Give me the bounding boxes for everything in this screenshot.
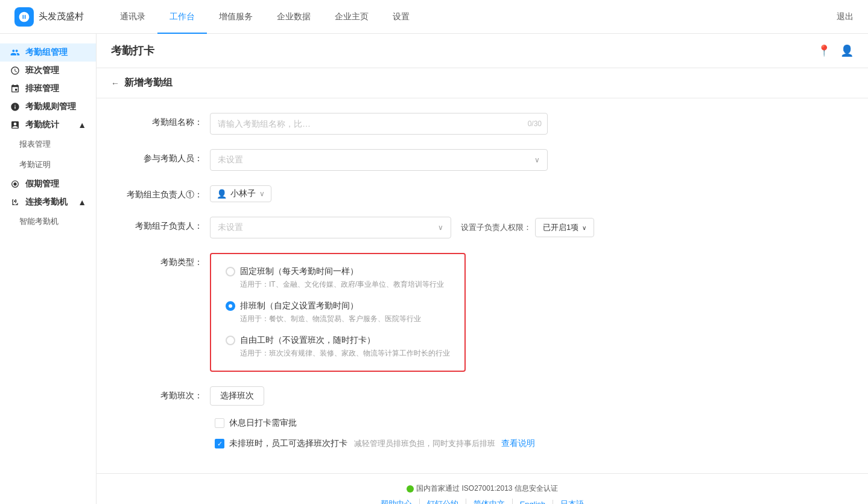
responsible-label: 考勤组主负责人①： [125, 185, 210, 200]
footer-link-agreement[interactable]: 钉钉公约 [420, 499, 466, 504]
responsible-control: 👤 小林子 ∨ [210, 185, 271, 202]
sidebar: 考勤组管理 班次管理 排班管理 考勤规则管理 考勤统计 ▲ [0, 34, 97, 504]
participants-placeholder: 未设置 [218, 155, 243, 165]
footer-link-simplified-chinese[interactable]: 简体中文 [466, 499, 513, 504]
type-radio-row-shift: 排班制（自定义设置考勤时间） [226, 301, 450, 311]
group-name-input[interactable] [210, 113, 548, 135]
checkbox2-label: 未排班时，员工可选择班次打卡 [229, 438, 347, 448]
footer-link-help[interactable]: 帮助中心 [373, 499, 420, 504]
responsible-select[interactable]: 👤 小林子 ∨ [210, 185, 271, 202]
nav-item-value-added[interactable]: 增值服务 [207, 0, 265, 34]
page-header: 考勤打卡 📍 👤 [97, 34, 868, 68]
person-icon: 👤 [217, 189, 227, 199]
footer-link-english[interactable]: English [513, 500, 554, 505]
sidebar-item-shift-mgmt[interactable]: 班次管理 [0, 62, 96, 80]
connect-expand-icon: ▲ [78, 197, 86, 207]
schedule-icon [10, 83, 21, 94]
nav-item-contacts[interactable]: 通讯录 [108, 0, 157, 34]
nav-item-workspace[interactable]: 工作台 [157, 0, 207, 34]
footer-link-japanese[interactable]: 日本語 [553, 499, 591, 504]
logo-icon [14, 7, 34, 27]
sub-responsible-select[interactable]: 未设置 ∨ [210, 217, 451, 238]
sidebar-item-smart-machine[interactable]: 智能考勤机 [0, 211, 96, 232]
sidebar-item-cert[interactable]: 考勤证明 [0, 155, 96, 175]
sub-title: 新增考勤组 [124, 77, 173, 89]
permission-label: 设置子负责人权限： [461, 222, 531, 233]
sub-responsible-controls: 未设置 ∨ 设置子负责人权限： 已开启1项 ∨ [210, 217, 594, 238]
nav-logo[interactable]: 头发茂盛村 [14, 7, 84, 27]
type-radio-fixed[interactable] [226, 267, 235, 276]
sidebar-item-group-mgmt[interactable]: 考勤组管理 [0, 43, 96, 62]
sidebar-label-shift-mgmt: 班次管理 [25, 65, 59, 76]
back-button[interactable]: ← [111, 78, 119, 88]
footer-links: 帮助中心 钉钉公约 简体中文 English 日本語 [97, 499, 868, 504]
type-option-free: 自由工时（不设置班次，随时打卡） 适用于：班次没有规律、装修、家政、物流等计算工… [226, 335, 450, 359]
sidebar-item-schedule-mgmt[interactable]: 排班管理 [0, 80, 96, 98]
permission-btn-label: 已开启1项 [543, 222, 578, 233]
checkbox2-sub-text: 减轻管理员排班负担，同时支持事后排班 [354, 439, 495, 448]
sub-responsible-chevron-icon: ∨ [438, 223, 443, 232]
main-content: 考勤打卡 📍 👤 ← 新增考勤组 考勤组名称： 0/30 参与考勤 [97, 34, 868, 504]
nav-items: 通讯录 工作台 增值服务 企业数据 企业主页 设置 [108, 0, 837, 34]
checkbox1[interactable] [215, 418, 224, 428]
type-radio-free[interactable] [226, 336, 235, 345]
main-layout: 考勤组管理 班次管理 排班管理 考勤规则管理 考勤统计 ▲ [0, 34, 868, 504]
cert-dot [407, 485, 414, 493]
responsible-row: 考勤组主负责人①： 👤 小林子 ∨ [125, 185, 839, 202]
nav-item-enterprise-home[interactable]: 企业主页 [323, 0, 381, 34]
sidebar-item-connect[interactable]: 连接考勤机 ▲ [0, 193, 96, 211]
class-label: 考勤班次： [125, 391, 210, 401]
type-label-shift: 排班制（自定义设置考勤时间） [240, 301, 358, 311]
sidebar-label-schedule-mgmt: 排班管理 [25, 83, 59, 94]
user-icon[interactable]: 👤 [840, 44, 854, 57]
footer: 国内首家通过 ISO27001:2013 信息安全认证 帮助中心 钉钉公约 简体… [97, 473, 868, 504]
type-radio-shift[interactable] [226, 301, 235, 311]
type-radio-row-fixed: 固定班制（每天考勤时间一样） [226, 266, 450, 277]
stats-expand-icon: ▲ [78, 120, 86, 130]
group-name-label: 考勤组名称： [125, 113, 210, 128]
sub-responsible-label: 考勤组子负责人： [125, 217, 210, 232]
permission-btn-chevron: ∨ [582, 225, 586, 231]
type-option-shift: 排班制（自定义设置考勤时间） 适用于：餐饮、制造、物流贸易、客户服务、医院等行业 [226, 301, 450, 324]
sidebar-item-stats[interactable]: 考勤统计 ▲ [0, 116, 96, 134]
footer-cert: 国内首家通过 ISO27001:2013 信息安全认证 [97, 483, 868, 494]
sidebar-label-smart-machine: 智能考勤机 [19, 216, 59, 227]
group-icon [10, 47, 21, 58]
sidebar-label-group-mgmt: 考勤组管理 [25, 47, 68, 58]
sub-responsible-placeholder: 未设置 [218, 222, 243, 233]
type-label-fixed: 固定班制（每天考勤时间一样） [240, 266, 358, 277]
sidebar-label-cert: 考勤证明 [19, 159, 51, 170]
type-desc-shift: 适用于：餐饮、制造、物流贸易、客户服务、医院等行业 [226, 314, 450, 324]
checkbox1-label: 休息日打卡需审批 [229, 418, 297, 429]
stats-icon [10, 120, 21, 130]
responsible-value: 小林子 [230, 188, 256, 199]
class-select-button[interactable]: 选择班次 [210, 386, 264, 406]
sidebar-item-rule-mgmt[interactable]: 考勤规则管理 [0, 98, 96, 116]
location-icon[interactable]: 📍 [817, 44, 831, 57]
permission-button[interactable]: 已开启1项 ∨ [535, 218, 594, 237]
sub-responsible-row: 考勤组子负责人： 未设置 ∨ 设置子负责人权限： 已开启1项 ∨ [125, 217, 839, 238]
nav-item-enterprise-data[interactable]: 企业数据 [265, 0, 323, 34]
shift-icon [10, 65, 21, 76]
type-option-fixed: 固定班制（每天考勤时间一样） 适用于：IT、金融、文化传媒、政府/事业单位、教育… [226, 266, 450, 290]
type-desc-free: 适用于：班次没有规律、装修、家政、物流等计算工作时长的行业 [226, 348, 450, 359]
type-radio-row-free: 自由工时（不设置班次，随时打卡） [226, 335, 450, 346]
sidebar-label-connect: 连接考勤机 [25, 197, 68, 208]
sidebar-label-report-mgmt: 报表管理 [19, 139, 51, 150]
nav-item-settings[interactable]: 设置 [381, 0, 422, 34]
checkbox2[interactable] [215, 439, 224, 448]
participants-row: 参与考勤人员： 未设置 ∨ [125, 149, 839, 171]
checkbox2-link[interactable]: 查看说明 [501, 438, 535, 448]
page-title: 考勤打卡 [111, 43, 154, 58]
checkbox2-sub [350, 439, 352, 448]
sidebar-item-holiday[interactable]: 假期管理 [0, 175, 96, 193]
form-area: 考勤组名称： 0/30 参与考勤人员： 未设置 ∨ 考勤组主负责人①： [97, 98, 868, 473]
sidebar-item-report-mgmt[interactable]: 报表管理 [0, 134, 96, 155]
group-name-row: 考勤组名称： 0/30 [125, 113, 839, 135]
attendance-type-label: 考勤类型： [125, 253, 210, 268]
participants-select[interactable]: 未设置 ∨ [210, 149, 548, 171]
nav-exit-button[interactable]: 退出 [837, 11, 854, 22]
attendance-type-row: 考勤类型： 固定班制（每天考勤时间一样） 适用于：IT、金融、文化传媒、政府/事… [125, 253, 839, 372]
page-header-icons: 📍 👤 [817, 44, 854, 57]
permission-area: 设置子负责人权限： 已开启1项 ∨ [461, 218, 594, 237]
